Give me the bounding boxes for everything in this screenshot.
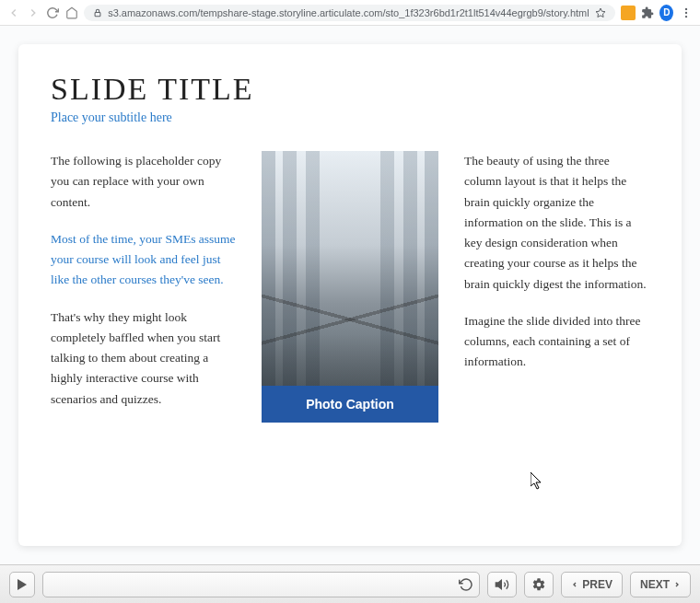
play-icon bbox=[18, 579, 27, 590]
paragraph: That's why they might look completely ba… bbox=[51, 307, 236, 410]
column-center: Photo Caption bbox=[262, 151, 438, 426]
home-button[interactable] bbox=[64, 5, 78, 21]
forward-button[interactable] bbox=[27, 5, 41, 21]
svg-point-2 bbox=[684, 7, 686, 9]
address-bar[interactable]: s3.amazonaws.com/tempshare-stage.storyli… bbox=[84, 5, 615, 21]
lock-icon bbox=[93, 8, 102, 17]
paragraph: Imagine the slide divided into three col… bbox=[464, 311, 649, 373]
photo-caption: Photo Caption bbox=[262, 386, 438, 423]
browser-menu-icon[interactable] bbox=[679, 5, 693, 21]
url-text: s3.amazonaws.com/tempshare-stage.storyli… bbox=[108, 7, 589, 18]
svg-marker-1 bbox=[596, 8, 605, 17]
browser-toolbar: s3.amazonaws.com/tempshare-stage.storyli… bbox=[0, 0, 700, 26]
viewport: SLIDE TITLE Place your subtitle here The… bbox=[0, 26, 700, 603]
seek-bar[interactable] bbox=[42, 572, 480, 597]
prev-label: PREV bbox=[582, 578, 612, 591]
photo-placeholder bbox=[262, 151, 438, 386]
slide-subtitle: Place your subtitle here bbox=[51, 110, 649, 125]
column-right: The beauty of using the three column lay… bbox=[464, 151, 649, 426]
stage: SLIDE TITLE Place your subtitle here The… bbox=[0, 26, 700, 564]
extension-icon[interactable] bbox=[621, 5, 636, 21]
column-left: The following is placeholder copy you ca… bbox=[51, 151, 236, 426]
reload-button[interactable] bbox=[46, 5, 60, 21]
svg-marker-5 bbox=[496, 580, 502, 588]
paragraph-highlight: Most of the time, your SMEs assume your … bbox=[51, 229, 236, 291]
svg-point-3 bbox=[684, 11, 686, 13]
slide-title: SLIDE TITLE bbox=[51, 72, 649, 107]
svg-point-4 bbox=[684, 15, 686, 17]
slide: SLIDE TITLE Place your subtitle here The… bbox=[18, 44, 682, 546]
columns: The following is placeholder copy you ca… bbox=[51, 151, 649, 426]
paragraph: The beauty of using the three column lay… bbox=[464, 151, 649, 295]
svg-rect-0 bbox=[95, 12, 100, 16]
extensions-menu-icon[interactable] bbox=[641, 5, 655, 21]
profile-avatar[interactable]: D bbox=[659, 5, 673, 21]
replay-icon[interactable] bbox=[459, 577, 473, 592]
player-bar: PREV NEXT bbox=[0, 564, 700, 603]
next-label: NEXT bbox=[640, 578, 670, 591]
back-button[interactable] bbox=[7, 5, 21, 21]
star-icon[interactable] bbox=[595, 7, 606, 18]
volume-button[interactable] bbox=[487, 572, 517, 597]
settings-button[interactable] bbox=[524, 572, 554, 597]
next-button[interactable]: NEXT bbox=[630, 572, 691, 597]
prev-button[interactable]: PREV bbox=[561, 572, 623, 597]
paragraph: The following is placeholder copy you ca… bbox=[51, 151, 236, 213]
play-button[interactable] bbox=[9, 572, 35, 597]
